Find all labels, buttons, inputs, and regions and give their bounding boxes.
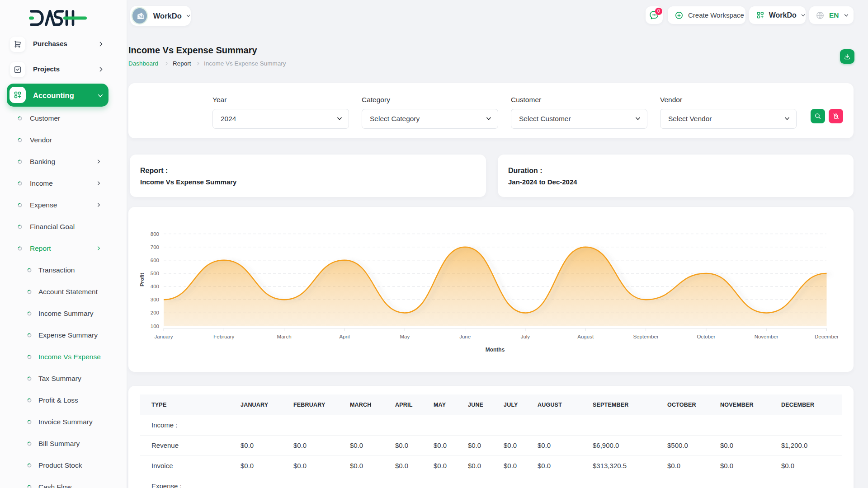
svg-text:October: October [697,334,715,339]
svg-text:January: January [155,334,173,339]
svg-text:September: September [633,334,658,339]
svg-text:500: 500 [151,271,159,276]
svg-text:600: 600 [151,258,159,263]
svg-text:200: 200 [151,310,159,315]
svg-text:100: 100 [151,324,159,329]
svg-text:May: May [400,334,410,339]
svg-text:700: 700 [151,244,159,250]
svg-text:April: April [339,334,349,339]
svg-text:March: March [277,334,292,339]
svg-text:Profit: Profit [139,273,145,286]
svg-text:400: 400 [151,284,159,289]
svg-text:800: 800 [151,231,159,237]
svg-text:June: June [459,334,471,339]
svg-text:November: November [755,334,778,339]
svg-text:August: August [577,334,594,339]
svg-text:February: February [213,334,234,339]
svg-text:300: 300 [151,297,159,302]
svg-text:July: July [521,334,530,339]
svg-text:December: December [815,334,839,339]
svg-text:Months: Months [486,347,505,353]
